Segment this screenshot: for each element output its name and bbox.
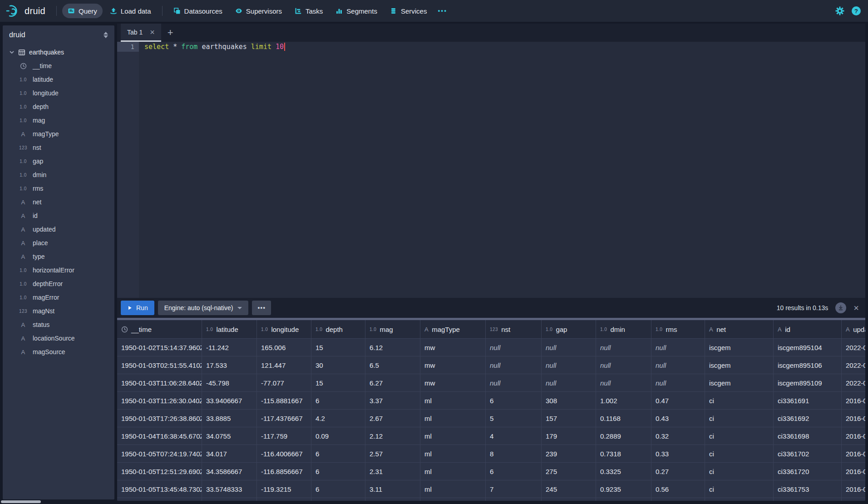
results-header-dmin[interactable]: 1.0dmin (596, 320, 651, 338)
table-cell[interactable]: 6 (311, 445, 365, 462)
nav-item-segments[interactable]: Segments (330, 4, 383, 18)
table-cell[interactable]: 34.3586667 (202, 463, 257, 480)
horizontal-scrollbar-thumb[interactable] (1, 500, 41, 503)
nav-item-load-data[interactable]: Load data (104, 4, 157, 18)
table-cell[interactable]: 2.57 (365, 445, 420, 462)
table-cell[interactable]: ci (705, 445, 774, 462)
table-cell[interactable]: 179 (542, 427, 596, 445)
nav-more-button[interactable]: ••• (433, 4, 452, 18)
table-cell[interactable]: 2016-0 (842, 480, 865, 498)
add-tab-button[interactable]: + (161, 27, 180, 39)
table-cell[interactable]: 1950-01-03T11:26:30.040Z (117, 392, 202, 409)
table-cell[interactable]: null (486, 374, 542, 391)
table-cell[interactable]: 33.9406667 (202, 392, 257, 409)
results-header-id[interactable]: Aid (774, 320, 842, 338)
table-cell[interactable]: -77.077 (257, 374, 311, 391)
table-cell[interactable]: null (651, 356, 705, 374)
table-cell[interactable]: -115.8881667 (257, 392, 311, 409)
table-cell[interactable]: 7 (486, 480, 542, 498)
table-cell[interactable]: ci3361692 (774, 410, 842, 427)
column-item-magError[interactable]: 1.0magError (3, 291, 114, 304)
table-cell[interactable]: 1950-01-03T17:26:38.860Z (117, 410, 202, 427)
table-cell[interactable]: 0.09 (311, 427, 365, 445)
results-header-net[interactable]: Anet (705, 320, 774, 338)
table-cell[interactable]: ci3361720 (774, 463, 842, 480)
table-cell[interactable]: 1950-01-05T07:24:19.740Z (117, 445, 202, 462)
table-cell[interactable]: 2022-0 (842, 374, 865, 391)
table-cell[interactable]: 4.2 (311, 410, 365, 427)
table-cell[interactable]: 5 (486, 410, 542, 427)
column-item-mag[interactable]: 1.0mag (3, 114, 114, 127)
table-cell[interactable]: 0.27 (651, 463, 705, 480)
table-cell[interactable]: mw (420, 374, 486, 391)
column-item-gap[interactable]: 1.0gap (3, 154, 114, 168)
table-cell[interactable]: 6.27 (365, 374, 420, 391)
tab-1[interactable]: Tab 1 × (121, 24, 161, 42)
column-item-locationSource[interactable]: AlocationSource (3, 331, 114, 345)
table-cell[interactable]: 3.11 (365, 480, 420, 498)
column-item-depthError[interactable]: 1.0depthError (3, 277, 114, 291)
table-cell[interactable]: 2.12 (365, 427, 420, 445)
table-cell[interactable]: ml (420, 427, 486, 445)
table-cell[interactable]: 6 (486, 392, 542, 409)
table-cell[interactable]: null (486, 339, 542, 356)
table-cell[interactable]: 2022-0 (842, 356, 865, 374)
table-cell[interactable]: 0.32 (651, 427, 705, 445)
table-cell[interactable]: 0.1168 (596, 410, 651, 427)
table-cell[interactable]: 15 (311, 339, 365, 356)
table-cell[interactable]: 34.017 (202, 445, 257, 462)
table-cell[interactable]: null (651, 339, 705, 356)
table-cell[interactable]: 4 (486, 427, 542, 445)
table-cell[interactable]: ml (420, 445, 486, 462)
table-cell[interactable]: ci3361691 (774, 392, 842, 409)
results-header-updated[interactable]: Aupdated (842, 320, 865, 338)
table-cell[interactable]: null (596, 356, 651, 374)
table-cell[interactable]: iscgem895106 (774, 356, 842, 374)
table-cell[interactable]: ci (705, 427, 774, 445)
close-results-icon[interactable]: × (853, 303, 861, 313)
table-cell[interactable]: ci (705, 463, 774, 480)
table-cell[interactable]: 0.56 (651, 480, 705, 498)
nav-item-services[interactable]: Services (385, 4, 433, 18)
column-item-type[interactable]: Atype (3, 250, 114, 263)
column-item-magType[interactable]: AmagType (3, 127, 114, 141)
table-cell[interactable]: null (486, 356, 542, 374)
table-cell[interactable]: 121.447 (257, 356, 311, 374)
table-cell[interactable]: -117.759 (257, 427, 311, 445)
table-cell[interactable]: 0.9235 (596, 480, 651, 498)
column-item-latitude[interactable]: 1.0latitude (3, 73, 114, 86)
table-cell[interactable]: 2016-0 (842, 427, 865, 445)
table-cell[interactable]: 6.12 (365, 339, 420, 356)
results-header-longitude[interactable]: 1.0longitude (257, 320, 311, 338)
run-button[interactable]: Run (121, 301, 154, 315)
table-cell[interactable]: null (542, 339, 596, 356)
table-cell[interactable]: ci (705, 392, 774, 409)
table-cell[interactable]: 15 (311, 374, 365, 391)
table-cell[interactable]: 34.0755 (202, 427, 257, 445)
sql-editor[interactable]: 1 select * from earthquakes limit 10 (117, 42, 865, 298)
table-cell[interactable]: 2022-0 (842, 339, 865, 356)
column-item-dmin[interactable]: 1.0dmin (3, 168, 114, 182)
table-cell[interactable]: -116.8856667 (257, 463, 311, 480)
column-item-status[interactable]: Astatus (3, 318, 114, 331)
table-cell[interactable]: null (542, 356, 596, 374)
table-cell[interactable]: 0.2889 (596, 427, 651, 445)
column-item-magNst[interactable]: 123magNst (3, 304, 114, 318)
table-cell[interactable]: -11.242 (202, 339, 257, 356)
tab-close-icon[interactable]: × (150, 28, 155, 36)
table-cell[interactable]: 6.5 (365, 356, 420, 374)
table-cell[interactable]: 245 (542, 480, 596, 498)
results-header-mag[interactable]: 1.0mag (365, 320, 420, 338)
table-cell[interactable]: null (651, 374, 705, 391)
table-cell[interactable]: 0.33 (651, 445, 705, 462)
table-cell[interactable]: -45.798 (202, 374, 257, 391)
table-cell[interactable]: null (542, 374, 596, 391)
results-header-rms[interactable]: 1.0rms (651, 320, 705, 338)
table-cell[interactable]: mw (420, 339, 486, 356)
table-cell[interactable]: -119.3215 (257, 480, 311, 498)
table-cell[interactable]: null (596, 374, 651, 391)
table-cell[interactable]: 308 (542, 392, 596, 409)
table-cell[interactable]: 8 (486, 445, 542, 462)
column-item-place[interactable]: Aplace (3, 236, 114, 250)
download-results-icon[interactable] (835, 302, 846, 313)
